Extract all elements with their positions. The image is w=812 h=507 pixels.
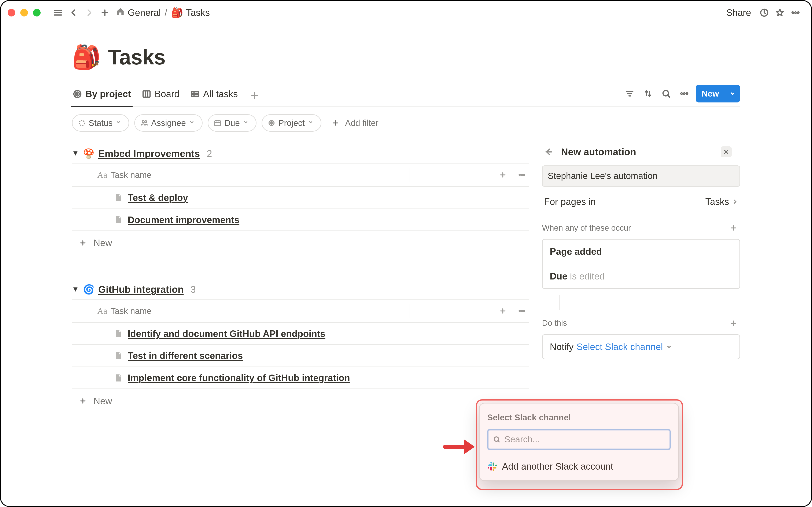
disclosure-triangle-icon[interactable]: ▼ — [72, 148, 79, 158]
group-header[interactable]: ▼ 🌀 GitHub integration 3 — [72, 280, 529, 299]
svg-point-3 — [798, 12, 799, 13]
add-row-button[interactable]: New — [72, 389, 529, 413]
column-header[interactable]: Task name — [111, 169, 151, 181]
automation-panel: New automation Stephanie Lee's automatio… — [529, 139, 740, 413]
column-more-button[interactable] — [515, 168, 529, 182]
new-button-label: New — [696, 85, 725, 103]
more-icon[interactable] — [789, 6, 802, 19]
tab-all-tasks[interactable]: All tasks — [190, 84, 239, 107]
add-trigger-button[interactable] — [726, 221, 740, 235]
chevron-down-icon — [189, 119, 196, 127]
page-icon — [114, 329, 123, 338]
breadcrumb-current[interactable]: 🎒 Tasks — [171, 6, 210, 19]
chip-label: Due — [224, 117, 240, 129]
add-view-button[interactable] — [248, 89, 261, 102]
page-icon — [114, 193, 123, 202]
tab-label: All tasks — [203, 88, 238, 101]
trigger-item[interactable]: Due is edited — [543, 264, 740, 288]
trigger-item-rest: is edited — [567, 271, 605, 281]
for-pages-row[interactable]: For pages in Tasks — [542, 193, 740, 210]
chevron-down-icon — [115, 119, 123, 127]
chevron-right-icon — [732, 195, 738, 208]
panel-close-button[interactable] — [721, 147, 732, 157]
group-count: 2 — [207, 147, 212, 160]
breadcrumb-current-label: Tasks — [186, 6, 210, 19]
filter-chip-assignee[interactable]: Assignee — [134, 114, 203, 131]
flow-connector — [559, 295, 560, 310]
slack-search-input[interactable]: Search... — [487, 429, 671, 450]
table-header-row: Aa Task name — [72, 163, 529, 187]
group-header[interactable]: ▼ 🍄 Embed Improvements 2 — [72, 144, 529, 163]
action-slack-link[interactable]: Select Slack channel — [576, 340, 663, 353]
person-icon — [140, 119, 148, 127]
text-property-icon: Aa — [97, 305, 107, 317]
filter-bar: Status Assignee Due Project — [72, 107, 740, 139]
new-button[interactable]: New — [696, 85, 740, 103]
filter-chip-status[interactable]: Status — [72, 114, 129, 131]
hamburger-icon[interactable] — [51, 6, 65, 19]
table-row[interactable]: Test & deploy — [72, 187, 529, 209]
plus-icon — [76, 236, 90, 250]
breadcrumb-root[interactable]: General — [116, 6, 161, 19]
search-icon[interactable] — [659, 87, 673, 100]
search-placeholder: Search... — [504, 433, 540, 446]
table-row[interactable]: Document improvements — [72, 209, 529, 231]
trigger-item-strong: Due — [550, 271, 567, 281]
svg-point-20 — [519, 174, 520, 176]
sort-icon[interactable] — [641, 87, 655, 100]
chevron-down-icon — [308, 119, 315, 127]
tab-by-project[interactable]: By project — [72, 84, 132, 107]
nav-forward-button[interactable] — [83, 6, 96, 19]
page-icon[interactable]: 🎒 — [72, 45, 101, 69]
filter-chip-project[interactable]: Project — [262, 114, 321, 131]
panel-back-button[interactable] — [542, 145, 556, 159]
table-row[interactable]: Implement core functionality of GitHub i… — [72, 367, 529, 389]
add-filter-button[interactable]: Add filter — [328, 116, 378, 130]
svg-point-19 — [271, 122, 272, 123]
new-button-dropdown[interactable] — [725, 85, 740, 103]
table-row[interactable]: Identify and document GitHub API endpoin… — [72, 323, 529, 345]
view-more-icon[interactable] — [677, 87, 691, 100]
annotation-arrow-icon — [443, 435, 477, 461]
board-icon — [142, 89, 151, 99]
column-more-button[interactable] — [515, 304, 529, 318]
add-column-button[interactable] — [496, 168, 510, 182]
calendar-icon — [214, 119, 221, 127]
add-column-button[interactable] — [496, 304, 510, 318]
page-icon — [114, 216, 123, 224]
actions-section-label: Do this — [542, 318, 567, 329]
trigger-list: Page added Due is edited — [542, 239, 740, 289]
panel-title: New automation — [561, 145, 636, 159]
minimize-window-button[interactable] — [20, 9, 28, 16]
column-header[interactable]: Task name — [111, 305, 151, 317]
zoom-window-button[interactable] — [33, 9, 41, 16]
close-window-button[interactable] — [8, 9, 15, 16]
disclosure-triangle-icon[interactable]: ▼ — [72, 284, 79, 294]
new-page-button[interactable] — [98, 6, 112, 19]
svg-point-25 — [523, 310, 525, 312]
updates-icon[interactable] — [757, 6, 771, 19]
page-title[interactable]: Tasks — [108, 42, 165, 72]
page-icon — [114, 351, 123, 360]
svg-point-22 — [523, 174, 525, 176]
target-icon — [73, 89, 82, 99]
table-row[interactable]: Test in different scenarios — [72, 345, 529, 367]
for-pages-label: For pages in — [544, 195, 596, 208]
favorite-icon[interactable] — [773, 6, 786, 19]
chevron-down-icon — [243, 119, 250, 127]
add-slack-account-row[interactable]: Add another Slack account — [486, 454, 672, 475]
tab-board[interactable]: Board — [141, 84, 180, 107]
text-property-icon: Aa — [97, 169, 107, 181]
filter-chip-due[interactable]: Due — [208, 114, 256, 131]
filter-icon[interactable] — [623, 87, 637, 100]
automation-name-input[interactable]: Stephanie Lee's automation — [542, 165, 740, 187]
chip-label: Assignee — [151, 117, 186, 129]
nav-back-button[interactable] — [67, 6, 80, 19]
trigger-item[interactable]: Page added — [543, 239, 740, 264]
share-button[interactable]: Share — [726, 6, 751, 19]
for-pages-value: Tasks — [705, 195, 729, 208]
add-action-button[interactable] — [726, 317, 740, 330]
page-title-row: 🎒 Tasks — [72, 42, 740, 72]
add-row-button[interactable]: New — [72, 231, 529, 255]
action-item[interactable]: Notify Select Slack channel — [542, 334, 740, 359]
